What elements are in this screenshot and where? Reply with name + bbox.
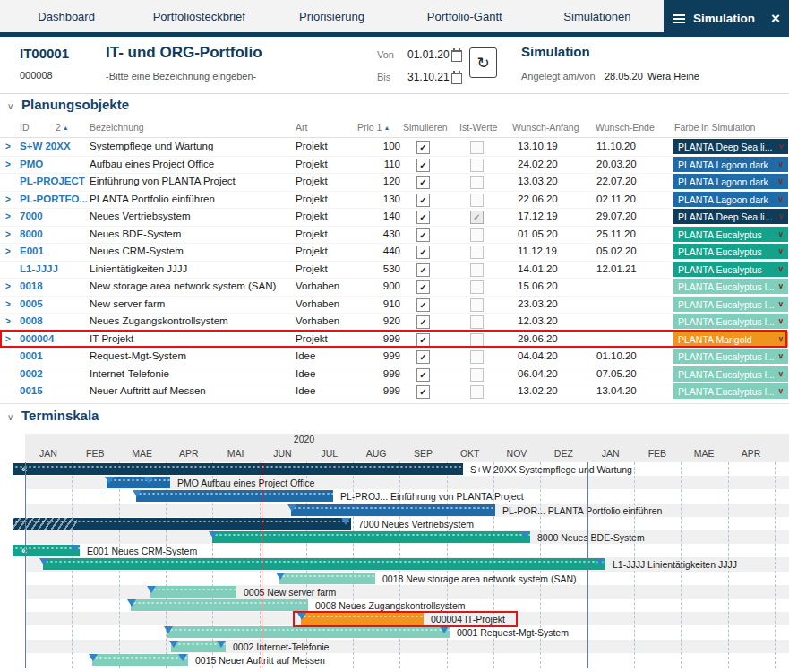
gantt-bar[interactable]	[291, 504, 495, 516]
table-row[interactable]: >0008Neues ZugangskontrollsystemVorhaben…	[0, 313, 789, 332]
row-id-link[interactable]: E001	[20, 243, 44, 261]
simulieren-checkbox[interactable]: ✓	[416, 350, 430, 364]
row-id-link[interactable]: PL-PORTFO...	[20, 191, 88, 209]
simulieren-checkbox[interactable]: ✓	[416, 141, 430, 154]
nav-item-portfolio-gantt[interactable]: Portfolio-Gantt	[399, 0, 531, 32]
ist-werte-checkbox[interactable]	[470, 263, 484, 277]
ist-werte-checkbox[interactable]	[470, 194, 484, 207]
table-row[interactable]: 0015Neuer Auftritt auf MessenIdee999✓13.…	[0, 383, 789, 401]
expand-row-icon[interactable]: >	[5, 226, 11, 244]
hamburger-menu-icon[interactable]	[673, 14, 685, 23]
simulieren-checkbox[interactable]: ✓	[416, 263, 430, 277]
table-row[interactable]: >S+W 20XXSystempflege und WartungProjekt…	[0, 138, 789, 157]
simulieren-checkbox[interactable]: ✓	[416, 211, 430, 224]
farbe-dropdown[interactable]: PLANTA Lagoon dark∨	[673, 192, 788, 207]
farbe-dropdown[interactable]: PLANTA Eucalyptus∨	[673, 262, 788, 277]
row-id-link[interactable]: 0002	[20, 366, 43, 383]
row-id-link[interactable]: 0005	[20, 296, 43, 314]
table-row[interactable]: L1-JJJJLinientätigkeiten JJJJProjekt530✓…	[0, 261, 789, 280]
expand-row-icon[interactable]: >	[5, 138, 11, 156]
farbe-dropdown[interactable]: PLANTA Deep Sea li...∨	[673, 209, 788, 224]
simulieren-checkbox[interactable]: ✓	[416, 176, 430, 189]
col-prio[interactable]: Prio 1▲	[357, 122, 390, 133]
bis-value[interactable]: 31.10.21	[407, 71, 450, 83]
ist-werte-checkbox[interactable]	[470, 333, 484, 347]
col-art[interactable]: Art	[296, 122, 307, 133]
nav-item-simulationen[interactable]: Simulationen	[531, 0, 664, 32]
simulieren-checkbox[interactable]: ✓	[416, 385, 430, 399]
col-id[interactable]: ID	[20, 122, 30, 133]
farbe-dropdown[interactable]: PLANTA Lagoon dark∨	[673, 174, 788, 189]
table-row[interactable]: >0005New server farmVorhaben910✓23.03.20…	[0, 296, 789, 314]
table-row[interactable]: >E001Neues CRM-SystemProjekt440✓11.12.19…	[0, 243, 789, 262]
gantt-bar[interactable]: «	[13, 463, 463, 475]
gantt-bar[interactable]	[107, 477, 170, 488]
expand-row-icon[interactable]: >	[5, 278, 11, 296]
simulieren-checkbox[interactable]: ✓	[416, 298, 430, 312]
col-simulieren[interactable]: Simulieren	[403, 122, 448, 133]
row-id-link[interactable]: 0008	[20, 313, 43, 331]
ist-werte-checkbox[interactable]	[470, 228, 484, 242]
nav-item-dashboard[interactable]: Dashboard	[0, 0, 133, 32]
table-row[interactable]: >PL-PORTFO...PLANTA Portfolio einführenP…	[0, 191, 789, 210]
ist-werte-checkbox[interactable]	[470, 141, 484, 154]
expand-row-icon[interactable]: >	[5, 296, 11, 314]
table-row[interactable]: 0001Request-Mgt-SystemIdee999✓04.04.2001…	[0, 348, 789, 366]
simulieren-checkbox[interactable]: ✓	[416, 194, 430, 207]
col-wunsch-anfang[interactable]: Wunsch-Anfang	[512, 122, 579, 133]
row-id-link[interactable]: S+W 20XX	[20, 138, 71, 156]
farbe-dropdown[interactable]: PLANTA Marigold∨	[673, 332, 788, 347]
farbe-dropdown[interactable]: PLANTA Eucalyptus l...∨	[673, 279, 788, 294]
gantt-bar[interactable]	[131, 599, 308, 611]
table-row[interactable]: >PMOAufbau eines Project OfficeProjekt11…	[0, 156, 789, 175]
nav-item-portfoliosteckbrief[interactable]: Portfoliosteckbrief	[133, 0, 265, 32]
simulieren-checkbox[interactable]: ✓	[416, 368, 430, 382]
ist-werte-checkbox[interactable]	[470, 159, 484, 172]
col-ist-werte[interactable]: Ist-Werte	[459, 122, 497, 133]
row-id-link[interactable]: PL-PROJECT	[20, 173, 85, 191]
terminskala-collapse-icon[interactable]: ∨	[7, 412, 13, 422]
col-wunsch-ende[interactable]: Wunsch-Ende	[596, 122, 655, 133]
gantt-bar[interactable]	[301, 613, 424, 625]
ist-werte-checkbox[interactable]	[470, 176, 484, 189]
gantt-bar[interactable]	[212, 531, 530, 543]
table-row[interactable]: >000004IT-ProjektProjekt999✓29.06.20PLAN…	[0, 331, 789, 349]
ist-werte-checkbox[interactable]	[470, 280, 484, 294]
von-calendar-icon[interactable]	[451, 50, 462, 62]
row-id-link[interactable]: 000004	[20, 331, 54, 349]
row-id-link[interactable]: 0001	[20, 348, 43, 366]
simulieren-checkbox[interactable]: ✓	[416, 315, 430, 329]
col-bezeichnung[interactable]: Bezeichnung	[90, 122, 144, 133]
row-id-link[interactable]: L1-JJJJ	[20, 261, 58, 279]
row-id-link[interactable]: 8000	[20, 226, 43, 244]
expand-row-icon[interactable]: >	[5, 191, 11, 209]
farbe-dropdown[interactable]: PLANTA Eucalyptus∨	[673, 244, 788, 259]
farbe-dropdown[interactable]: PLANTA Eucalyptus l...∨	[673, 349, 788, 364]
farbe-dropdown[interactable]: PLANTA Eucalyptus l...∨	[673, 366, 788, 382]
ist-werte-checkbox[interactable]	[470, 246, 484, 259]
ist-werte-checkbox[interactable]	[470, 298, 484, 312]
gantt-bar[interactable]	[13, 518, 351, 530]
expand-row-icon[interactable]: >	[5, 156, 11, 174]
expand-row-icon[interactable]: >	[5, 313, 11, 331]
simulieren-checkbox[interactable]: ✓	[416, 246, 430, 259]
expand-row-icon[interactable]: >	[5, 243, 11, 261]
gantt-bar[interactable]	[136, 490, 333, 502]
table-row[interactable]: 0002Internet-TelefonieIdee999✓06.04.2007…	[0, 366, 789, 384]
planungsobjekte-collapse-icon[interactable]: ∨	[7, 101, 13, 111]
table-row[interactable]: >7000Neues VertriebsystemProjekt140✓✓17.…	[0, 208, 789, 227]
gantt-bar[interactable]	[167, 626, 450, 638]
simulieren-checkbox[interactable]: ✓	[416, 280, 430, 294]
row-id-link[interactable]: 0018	[20, 278, 43, 296]
expand-row-icon[interactable]: >	[5, 208, 11, 226]
refresh-button[interactable]: ↻	[469, 47, 497, 78]
portfolio-subtitle[interactable]: -Bitte eine Bezeichnung eingeben-	[106, 71, 256, 82]
farbe-dropdown[interactable]: PLANTA Deep Sea li...∨	[673, 139, 788, 154]
expand-row-icon[interactable]: >	[5, 331, 11, 349]
von-value[interactable]: 01.01.20	[407, 48, 450, 61]
tab-simulation-active[interactable]: Simulation ×	[664, 0, 789, 37]
row-id-link[interactable]: 0015	[20, 383, 43, 401]
farbe-dropdown[interactable]: PLANTA Eucalyptus∨	[673, 227, 788, 242]
nav-item-priorisierung[interactable]: Priorisierung	[265, 0, 398, 32]
simulieren-checkbox[interactable]: ✓	[416, 159, 430, 172]
